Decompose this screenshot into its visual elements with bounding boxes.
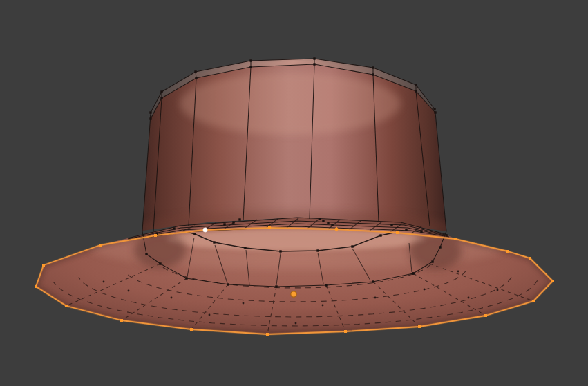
vertex bbox=[327, 222, 329, 224]
vertex bbox=[379, 234, 381, 236]
selected-vertex bbox=[532, 300, 535, 302]
selected-vertex bbox=[551, 280, 554, 282]
vertex bbox=[322, 220, 324, 222]
vertex bbox=[313, 63, 315, 65]
vertex bbox=[372, 280, 374, 282]
vertex bbox=[185, 277, 187, 279]
selected-vertex bbox=[266, 333, 269, 336]
selected-vertex bbox=[268, 226, 271, 229]
vertex bbox=[313, 57, 315, 59]
hidden-vertex-dot bbox=[468, 297, 470, 299]
vertex bbox=[434, 111, 436, 113]
selected-vertex bbox=[418, 325, 421, 328]
vertex bbox=[433, 108, 435, 110]
hidden-vertex-dot bbox=[374, 297, 377, 299]
vertex bbox=[232, 221, 234, 223]
hidden-vertex-dot bbox=[497, 289, 499, 291]
vertex bbox=[439, 246, 441, 248]
viewport[interactable] bbox=[0, 0, 588, 386]
vertex bbox=[415, 90, 417, 92]
vertex bbox=[420, 230, 422, 232]
vertex bbox=[160, 97, 162, 99]
vertex bbox=[238, 218, 240, 220]
hidden-vertex-dot bbox=[322, 305, 324, 307]
selected-vertex bbox=[154, 234, 157, 237]
vertex bbox=[227, 283, 229, 285]
vertex bbox=[249, 66, 252, 68]
hidden-vertex-dot bbox=[243, 302, 245, 305]
viewport-canvas[interactable] bbox=[0, 0, 588, 386]
selected-vertex bbox=[454, 238, 457, 240]
active-vertex[interactable] bbox=[203, 228, 207, 232]
vertex bbox=[372, 73, 374, 75]
vertex bbox=[145, 253, 147, 255]
vertex bbox=[193, 233, 196, 235]
hidden-vertex-dot bbox=[103, 281, 105, 283]
hidden-vertex-dot bbox=[457, 271, 459, 273]
selected-vertex bbox=[99, 244, 102, 247]
selected-vertex bbox=[396, 231, 399, 234]
vertex bbox=[213, 241, 215, 243]
vertex bbox=[149, 111, 151, 113]
vertex bbox=[390, 224, 392, 226]
vertex bbox=[279, 250, 281, 252]
vertex bbox=[431, 260, 433, 262]
vertex bbox=[319, 218, 321, 220]
selected-vertex bbox=[35, 285, 37, 288]
selected-vertex bbox=[506, 250, 509, 253]
vertex bbox=[412, 272, 414, 274]
selected-vertex bbox=[42, 264, 45, 267]
vertex bbox=[160, 90, 162, 93]
vertex bbox=[149, 117, 151, 119]
vertex bbox=[405, 229, 407, 231]
selected-vertex bbox=[529, 257, 531, 260]
vertex bbox=[316, 249, 319, 251]
vertex bbox=[249, 59, 252, 61]
vertex bbox=[331, 224, 333, 226]
vertex bbox=[195, 77, 197, 79]
vertex bbox=[325, 284, 327, 286]
hidden-vertex-dot bbox=[295, 322, 297, 325]
vertex bbox=[194, 70, 196, 73]
vertex bbox=[244, 247, 246, 249]
vertex bbox=[159, 262, 161, 264]
vertex bbox=[223, 223, 225, 225]
selected-vertex bbox=[484, 314, 487, 317]
hidden-vertex-dot bbox=[424, 289, 426, 291]
selected-vertex bbox=[120, 319, 123, 322]
object-origin-icon[interactable] bbox=[291, 291, 296, 297]
selected-vertex bbox=[344, 330, 347, 333]
vertex bbox=[372, 66, 374, 68]
hidden-vertex-dot bbox=[171, 297, 173, 299]
selected-vertex bbox=[190, 328, 193, 331]
vertex bbox=[275, 285, 277, 287]
selected-vertex bbox=[65, 305, 68, 307]
hidden-vertex-dot bbox=[209, 314, 211, 316]
vertex bbox=[351, 245, 353, 247]
hidden-vertex-dot bbox=[128, 290, 130, 292]
vertex bbox=[415, 84, 417, 86]
vertex bbox=[173, 227, 175, 229]
